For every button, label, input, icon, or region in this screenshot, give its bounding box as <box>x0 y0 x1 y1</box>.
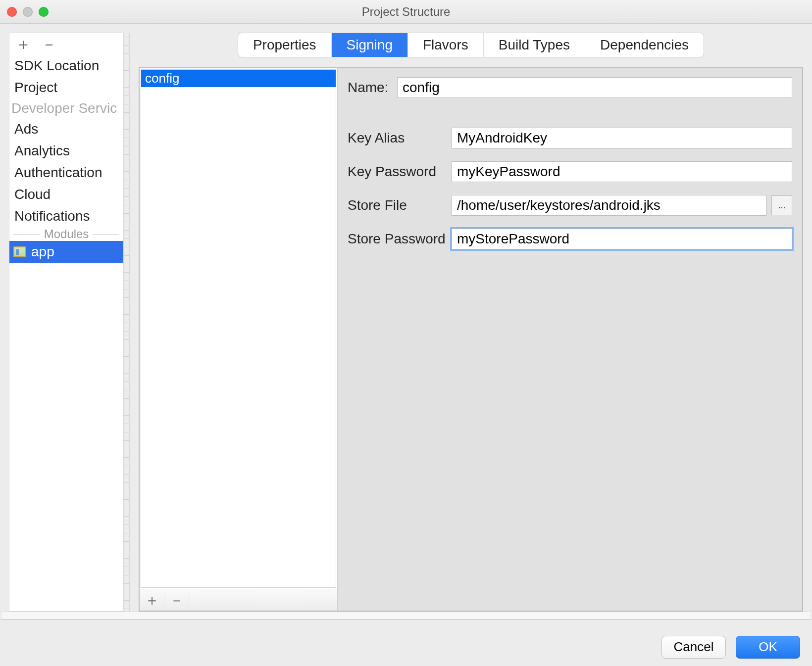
ok-button[interactable]: OK <box>736 636 800 659</box>
sidebar-item-authentication[interactable]: Authentication <box>9 162 123 184</box>
tab-properties[interactable]: Properties <box>238 33 332 57</box>
tab-build-types[interactable]: Build Types <box>484 33 585 57</box>
sidebar-module-app[interactable]: app <box>9 241 123 263</box>
label-name: Name: <box>348 80 397 95</box>
label-key-password: Key Password <box>348 164 452 180</box>
remove-config-icon[interactable]: － <box>164 593 189 608</box>
sidebar-item-project[interactable]: Project <box>9 77 123 98</box>
sidebar: ＋ － SDK Location Project Developer Servi… <box>9 33 124 612</box>
config-toolbar: ＋ － <box>140 589 337 611</box>
zoom-window-icon[interactable] <box>39 7 49 17</box>
window-controls <box>7 7 49 17</box>
config-list-panel: config ＋ － <box>140 68 338 611</box>
label-store-password: Store Password <box>348 231 452 247</box>
dialog-footer: Cancel OK <box>0 619 812 666</box>
input-key-alias[interactable] <box>452 128 792 148</box>
module-icon <box>13 246 26 257</box>
remove-icon[interactable]: － <box>41 36 57 52</box>
sidebar-modules-divider: Modules <box>9 227 123 241</box>
label-key-alias: Key Alias <box>348 130 452 146</box>
label-store-file: Store File <box>348 197 452 213</box>
sidebar-modules-label: Modules <box>44 227 89 241</box>
sidebar-resize-gutter[interactable] <box>124 33 130 612</box>
input-key-password[interactable] <box>452 161 792 182</box>
add-icon[interactable]: ＋ <box>15 36 31 52</box>
input-store-file[interactable] <box>452 195 766 216</box>
cancel-button[interactable]: Cancel <box>661 636 726 659</box>
titlebar: Project Structure <box>0 0 812 24</box>
sidebar-item-analytics[interactable]: Analytics <box>9 140 123 162</box>
input-store-password[interactable] <box>452 229 792 249</box>
sidebar-header-developer-services: Developer Servic <box>9 98 123 118</box>
input-name[interactable] <box>397 77 792 98</box>
add-config-icon[interactable]: ＋ <box>140 593 164 608</box>
config-list[interactable]: config <box>141 69 336 588</box>
tab-bar: Properties Signing Flavors Build Types D… <box>238 33 704 57</box>
sidebar-item-sdk-location[interactable]: SDK Location <box>9 55 123 77</box>
signing-content: config ＋ － Name: Key Alias Key Pas <box>139 67 803 612</box>
config-item-config[interactable]: config <box>141 70 336 87</box>
sidebar-item-ads[interactable]: Ads <box>9 118 123 140</box>
tab-dependencies[interactable]: Dependencies <box>585 33 704 57</box>
main-area: Properties Signing Flavors Build Types D… <box>139 33 803 612</box>
minimize-window-icon <box>23 7 33 17</box>
signing-form: Name: Key Alias Key Password Store File … <box>338 68 802 611</box>
sidebar-toolbar: ＋ － <box>9 33 123 55</box>
tab-flavors[interactable]: Flavors <box>408 33 484 57</box>
window-title: Project Structure <box>362 5 451 19</box>
close-window-icon[interactable] <box>7 7 17 17</box>
sidebar-item-notifications[interactable]: Notifications <box>9 205 123 227</box>
sidebar-item-cloud[interactable]: Cloud <box>9 184 123 205</box>
tab-signing[interactable]: Signing <box>332 33 408 57</box>
browse-store-file-button[interactable]: ... <box>771 195 792 215</box>
horizontal-scroll-track[interactable] <box>2 612 810 619</box>
sidebar-module-label: app <box>31 244 54 260</box>
